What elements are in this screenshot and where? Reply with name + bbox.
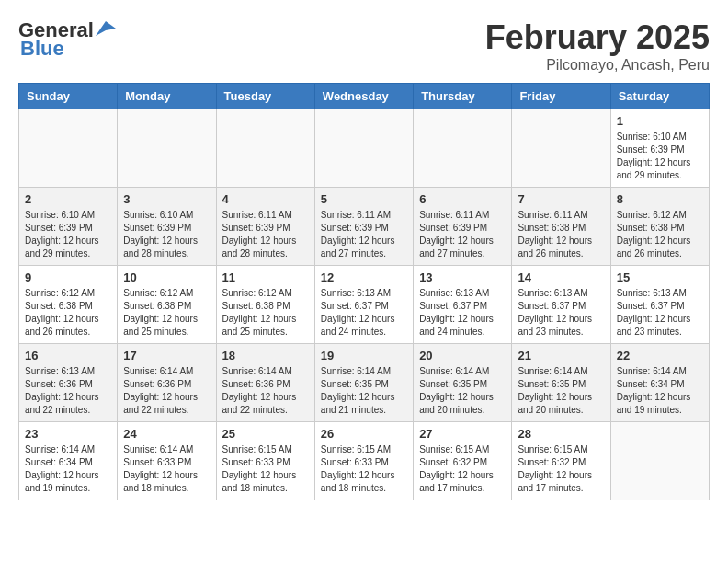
day-number: 26 (321, 427, 407, 441)
calendar-cell: 24Sunrise: 6:14 AM Sunset: 6:33 PM Dayli… (118, 422, 216, 500)
day-number: 28 (518, 427, 604, 441)
day-info: Sunrise: 6:15 AM Sunset: 6:32 PM Dayligh… (419, 443, 506, 495)
day-info: Sunrise: 6:15 AM Sunset: 6:32 PM Dayligh… (518, 443, 604, 495)
day-info: Sunrise: 6:10 AM Sunset: 6:39 PM Dayligh… (617, 131, 703, 182)
calendar-cell: 26Sunrise: 6:15 AM Sunset: 6:33 PM Dayli… (314, 422, 413, 500)
calendar-cell: 18Sunrise: 6:14 AM Sunset: 6:36 PM Dayli… (216, 344, 314, 422)
logo-blue: Blue (20, 37, 64, 61)
day-number: 20 (419, 349, 506, 362)
calendar-cell: 2Sunrise: 6:10 AM Sunset: 6:39 PM Daylig… (19, 188, 118, 266)
calendar-cell: 21Sunrise: 6:14 AM Sunset: 6:35 PM Dayli… (512, 344, 610, 422)
page-header: General Blue February 2025 Pilcomayo, An… (18, 18, 710, 74)
day-info: Sunrise: 6:12 AM Sunset: 6:38 PM Dayligh… (617, 209, 703, 260)
calendar-cell (314, 109, 413, 188)
day-number: 24 (123, 427, 210, 441)
weekday-header-tuesday: Tuesday (216, 84, 314, 109)
month-title: February 2025 (485, 18, 710, 57)
day-info: Sunrise: 6:13 AM Sunset: 6:36 PM Dayligh… (25, 365, 111, 417)
calendar-cell: 23Sunrise: 6:14 AM Sunset: 6:34 PM Dayli… (19, 422, 118, 500)
calendar-header-row: SundayMondayTuesdayWednesdayThursdayFrid… (19, 84, 710, 109)
day-info: Sunrise: 6:14 AM Sunset: 6:35 PM Dayligh… (518, 365, 604, 417)
weekday-header-wednesday: Wednesday (314, 84, 413, 109)
calendar-cell (512, 109, 610, 188)
day-number: 11 (222, 270, 309, 284)
calendar-cell: 15Sunrise: 6:13 AM Sunset: 6:37 PM Dayli… (610, 266, 709, 344)
location-title: Pilcomayo, Ancash, Peru (485, 57, 710, 74)
calendar-cell: 5Sunrise: 6:11 AM Sunset: 6:39 PM Daylig… (314, 188, 413, 266)
day-number: 2 (25, 192, 111, 206)
day-number: 21 (518, 349, 604, 362)
day-number: 17 (123, 349, 210, 362)
day-info: Sunrise: 6:15 AM Sunset: 6:33 PM Dayligh… (321, 443, 407, 495)
day-number: 9 (25, 270, 111, 284)
day-info: Sunrise: 6:12 AM Sunset: 6:38 PM Dayligh… (123, 287, 210, 339)
day-number: 8 (617, 192, 703, 206)
calendar-cell: 28Sunrise: 6:15 AM Sunset: 6:32 PM Dayli… (512, 422, 610, 500)
day-info: Sunrise: 6:10 AM Sunset: 6:39 PM Dayligh… (123, 209, 210, 260)
day-number: 23 (25, 427, 111, 441)
day-number: 19 (321, 349, 407, 362)
calendar-cell: 3Sunrise: 6:10 AM Sunset: 6:39 PM Daylig… (118, 188, 216, 266)
day-info: Sunrise: 6:14 AM Sunset: 6:36 PM Dayligh… (222, 365, 309, 417)
calendar-cell: 4Sunrise: 6:11 AM Sunset: 6:39 PM Daylig… (216, 188, 314, 266)
calendar-cell: 12Sunrise: 6:13 AM Sunset: 6:37 PM Dayli… (314, 266, 413, 344)
calendar-cell: 13Sunrise: 6:13 AM Sunset: 6:37 PM Dayli… (414, 266, 512, 344)
calendar-cell: 19Sunrise: 6:14 AM Sunset: 6:35 PM Dayli… (314, 344, 413, 422)
day-info: Sunrise: 6:11 AM Sunset: 6:39 PM Dayligh… (222, 209, 309, 260)
svg-marker-0 (96, 21, 116, 36)
day-info: Sunrise: 6:12 AM Sunset: 6:38 PM Dayligh… (25, 287, 111, 339)
calendar-cell (19, 109, 118, 188)
weekday-header-friday: Friday (512, 84, 610, 109)
calendar-cell (216, 109, 314, 188)
day-number: 13 (419, 270, 506, 284)
day-info: Sunrise: 6:11 AM Sunset: 6:39 PM Dayligh… (321, 209, 407, 260)
day-info: Sunrise: 6:13 AM Sunset: 6:37 PM Dayligh… (419, 287, 506, 339)
day-number: 6 (419, 192, 506, 206)
day-number: 3 (123, 192, 210, 206)
day-info: Sunrise: 6:10 AM Sunset: 6:39 PM Dayligh… (25, 209, 111, 260)
day-number: 22 (617, 349, 703, 362)
day-number: 10 (123, 270, 210, 284)
day-number: 1 (617, 114, 703, 128)
calendar-cell: 1Sunrise: 6:10 AM Sunset: 6:39 PM Daylig… (610, 109, 709, 188)
calendar-cell: 9Sunrise: 6:12 AM Sunset: 6:38 PM Daylig… (19, 266, 118, 344)
day-info: Sunrise: 6:11 AM Sunset: 6:38 PM Dayligh… (518, 209, 604, 260)
weekday-header-thursday: Thursday (414, 84, 512, 109)
calendar-cell: 10Sunrise: 6:12 AM Sunset: 6:38 PM Dayli… (118, 266, 216, 344)
day-info: Sunrise: 6:14 AM Sunset: 6:36 PM Dayligh… (123, 365, 210, 417)
weekday-header-monday: Monday (118, 84, 216, 109)
calendar-cell: 7Sunrise: 6:11 AM Sunset: 6:38 PM Daylig… (512, 188, 610, 266)
calendar-week-5: 23Sunrise: 6:14 AM Sunset: 6:34 PM Dayli… (19, 422, 710, 500)
calendar-cell: 8Sunrise: 6:12 AM Sunset: 6:38 PM Daylig… (610, 188, 709, 266)
calendar-week-2: 2Sunrise: 6:10 AM Sunset: 6:39 PM Daylig… (19, 188, 710, 266)
day-number: 27 (419, 427, 506, 441)
day-number: 14 (518, 270, 604, 284)
calendar-cell: 25Sunrise: 6:15 AM Sunset: 6:33 PM Dayli… (216, 422, 314, 500)
calendar-cell: 20Sunrise: 6:14 AM Sunset: 6:35 PM Dayli… (414, 344, 512, 422)
calendar-cell: 17Sunrise: 6:14 AM Sunset: 6:36 PM Dayli… (118, 344, 216, 422)
day-info: Sunrise: 6:13 AM Sunset: 6:37 PM Dayligh… (321, 287, 407, 339)
title-block: February 2025 Pilcomayo, Ancash, Peru (485, 18, 710, 74)
calendar-cell: 11Sunrise: 6:12 AM Sunset: 6:38 PM Dayli… (216, 266, 314, 344)
calendar-cell: 16Sunrise: 6:13 AM Sunset: 6:36 PM Dayli… (19, 344, 118, 422)
day-number: 12 (321, 270, 407, 284)
day-number: 7 (518, 192, 604, 206)
day-info: Sunrise: 6:14 AM Sunset: 6:34 PM Dayligh… (25, 443, 111, 495)
day-number: 15 (617, 270, 703, 284)
day-info: Sunrise: 6:13 AM Sunset: 6:37 PM Dayligh… (617, 287, 703, 339)
day-info: Sunrise: 6:14 AM Sunset: 6:34 PM Dayligh… (617, 365, 703, 417)
day-info: Sunrise: 6:14 AM Sunset: 6:35 PM Dayligh… (321, 365, 407, 417)
calendar-cell: 14Sunrise: 6:13 AM Sunset: 6:37 PM Dayli… (512, 266, 610, 344)
calendar-week-4: 16Sunrise: 6:13 AM Sunset: 6:36 PM Dayli… (19, 344, 710, 422)
weekday-header-saturday: Saturday (610, 84, 709, 109)
calendar-cell: 6Sunrise: 6:11 AM Sunset: 6:39 PM Daylig… (414, 188, 512, 266)
calendar-table: SundayMondayTuesdayWednesdayThursdayFrid… (18, 83, 710, 500)
calendar-cell (414, 109, 512, 188)
weekday-header-sunday: Sunday (19, 84, 118, 109)
calendar-week-1: 1Sunrise: 6:10 AM Sunset: 6:39 PM Daylig… (19, 109, 710, 188)
day-info: Sunrise: 6:14 AM Sunset: 6:35 PM Dayligh… (419, 365, 506, 417)
logo: General Blue (18, 18, 116, 61)
day-number: 5 (321, 192, 407, 206)
day-info: Sunrise: 6:14 AM Sunset: 6:33 PM Dayligh… (123, 443, 210, 495)
calendar-cell (610, 422, 709, 500)
